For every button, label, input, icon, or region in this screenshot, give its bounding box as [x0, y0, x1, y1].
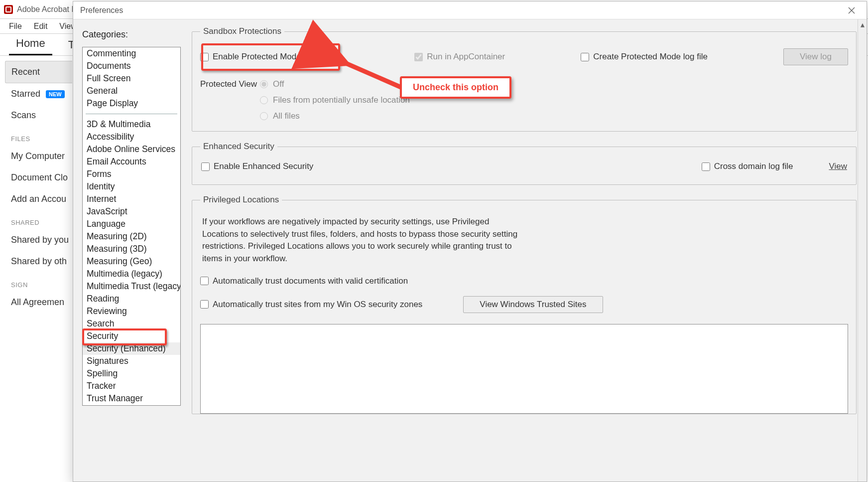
section-shared: SHARED: [5, 210, 72, 229]
category-item[interactable]: Multimedia Trust (legacy): [83, 280, 180, 293]
pv-all-label: All files: [273, 111, 300, 121]
category-item[interactable]: Measuring (Geo): [83, 255, 180, 268]
nav-all-agreements[interactable]: All Agreemen: [5, 292, 72, 313]
create-pm-log-input[interactable]: [581, 53, 589, 61]
pv-all-input: [260, 112, 268, 120]
run-appcontainer-label: Run in AppContainer: [427, 52, 505, 62]
privileged-legend: Privileged Locations: [200, 195, 282, 205]
pv-unsafe-label: Files from potentially unsafe location: [273, 95, 410, 105]
enable-enhanced-input[interactable]: [201, 162, 210, 171]
nav-add-account[interactable]: Add an Accou: [5, 188, 72, 210]
nav-starred[interactable]: Starred NEW: [5, 83, 72, 105]
pv-unsafe-input: [260, 96, 268, 104]
nav-my-computer[interactable]: My Computer: [5, 146, 72, 167]
dialog-titlebar: Preferences: [73, 1, 867, 19]
auto-trust-cert-label: Automatically trust documents with valid…: [213, 276, 408, 286]
nav-shared-by-others[interactable]: Shared by oth: [5, 251, 72, 272]
privileged-description: If your workflows are negatively impacte…: [202, 216, 521, 265]
nav-document-cloud[interactable]: Document Clo: [5, 167, 72, 188]
category-item[interactable]: Internet: [83, 193, 180, 205]
menu-edit[interactable]: Edit: [28, 20, 54, 32]
protected-view-label: Protected View: [200, 79, 260, 89]
run-appcontainer-checkbox: Run in AppContainer: [414, 52, 505, 62]
enable-enhanced-label: Enable Enhanced Security: [214, 161, 313, 171]
close-button[interactable]: [841, 3, 863, 18]
pv-off-input: [260, 80, 268, 88]
enable-protected-mode-label: Enable Protected Mode at startup: [213, 52, 339, 62]
cross-domain-log-checkbox[interactable]: Cross domain log file: [702, 161, 793, 171]
category-item[interactable]: Signatures: [83, 355, 180, 367]
category-item[interactable]: Adobe Online Services: [83, 143, 180, 156]
enable-protected-mode-checkbox[interactable]: Enable Protected Mode at startup: [200, 52, 339, 62]
preferences-dialog: Preferences Categories: CommentingDocume…: [73, 1, 867, 482]
new-badge: NEW: [46, 90, 65, 98]
privileged-locations-group: Privileged Locations If your workflows a…: [192, 195, 857, 414]
dialog-scrollbar[interactable]: ▴: [858, 19, 867, 482]
protected-view-off: Off: [260, 79, 410, 89]
category-item[interactable]: Language: [83, 218, 180, 230]
nav-recent[interactable]: Recent: [5, 61, 72, 83]
scroll-up-icon[interactable]: ▴: [858, 19, 867, 29]
category-item[interactable]: Commenting: [83, 47, 180, 60]
view-cross-log-link[interactable]: View: [829, 161, 847, 171]
category-item[interactable]: Accessibility: [83, 131, 180, 143]
category-item[interactable]: Documents: [83, 60, 180, 72]
nav-scans[interactable]: Scans: [5, 105, 72, 126]
category-item[interactable]: Tracker: [83, 380, 180, 392]
pv-off-label: Off: [273, 79, 284, 89]
auto-trust-cert-checkbox[interactable]: Automatically trust documents with valid…: [200, 276, 408, 286]
auto-trust-os-checkbox[interactable]: Automatically trust sites from my Win OS…: [200, 300, 422, 310]
categories-list[interactable]: CommentingDocumentsFull ScreenGeneralPag…: [82, 47, 181, 406]
enable-protected-mode-input[interactable]: [200, 53, 209, 61]
category-item[interactable]: Forms: [83, 168, 180, 180]
auto-trust-os-input[interactable]: [200, 300, 209, 309]
nav-shared-by-you[interactable]: Shared by you: [5, 229, 72, 251]
category-item[interactable]: Multimedia (legacy): [83, 268, 180, 280]
category-item[interactable]: Page Display: [83, 97, 180, 110]
sandbox-group: Sandbox Protections Enable Protected Mod…: [192, 26, 857, 132]
sandbox-legend: Sandbox Protections: [200, 26, 284, 36]
category-item[interactable]: Search: [83, 318, 180, 330]
category-item[interactable]: Reading: [83, 293, 180, 305]
close-icon: [848, 7, 855, 14]
cross-domain-label: Cross domain log file: [714, 161, 793, 171]
enhanced-legend: Enhanced Security: [200, 142, 277, 152]
section-sign: SIGN: [5, 272, 72, 292]
dialog-title: Preferences: [77, 6, 123, 15]
category-item[interactable]: Identity: [83, 180, 180, 193]
view-log-button[interactable]: View log: [783, 48, 848, 65]
enable-enhanced-security-checkbox[interactable]: Enable Enhanced Security: [201, 161, 313, 171]
category-item[interactable]: Reviewing: [83, 305, 180, 318]
nav-starred-label: Starred: [11, 89, 40, 99]
category-item[interactable]: General: [83, 85, 180, 97]
protected-view-all: All files: [260, 111, 410, 121]
create-pm-log-label: Create Protected Mode log file: [593, 52, 708, 62]
create-pm-log-checkbox[interactable]: Create Protected Mode log file: [581, 52, 708, 62]
category-item[interactable]: Measuring (3D): [83, 243, 180, 255]
category-item[interactable]: Measuring (2D): [83, 230, 180, 243]
tab-home[interactable]: Home: [9, 34, 52, 55]
categories-label: Categories:: [82, 29, 181, 40]
category-separator: [86, 114, 177, 114]
category-item[interactable]: Trust Manager: [83, 392, 180, 405]
category-item[interactable]: Security (Enhanced): [83, 342, 180, 355]
category-item[interactable]: Security: [83, 330, 180, 342]
cross-domain-input[interactable]: [702, 162, 710, 171]
auto-trust-os-label: Automatically trust sites from my Win OS…: [213, 300, 422, 310]
trusted-list-box[interactable]: [200, 324, 848, 414]
category-item[interactable]: Spelling: [83, 367, 180, 380]
category-item[interactable]: Email Accounts: [83, 156, 180, 168]
category-item[interactable]: 3D & Multimedia: [83, 118, 180, 131]
category-item[interactable]: Full Screen: [83, 72, 180, 85]
enhanced-security-group: Enhanced Security Enable Enhanced Securi…: [192, 142, 857, 185]
category-item[interactable]: JavaScript: [83, 205, 180, 218]
auto-trust-cert-input[interactable]: [200, 277, 209, 285]
category-item[interactable]: Units: [83, 405, 180, 406]
menu-file[interactable]: File: [3, 20, 28, 32]
protected-view-unsafe: Files from potentially unsafe location: [260, 95, 410, 105]
settings-panel: Sandbox Protections Enable Protected Mod…: [187, 19, 867, 482]
acrobat-logo-icon: [4, 5, 13, 14]
categories-column: Categories: CommentingDocumentsFull Scre…: [73, 19, 187, 482]
view-windows-trusted-sites-button[interactable]: View Windows Trusted Sites: [463, 296, 603, 313]
section-files: FILES: [5, 126, 72, 146]
